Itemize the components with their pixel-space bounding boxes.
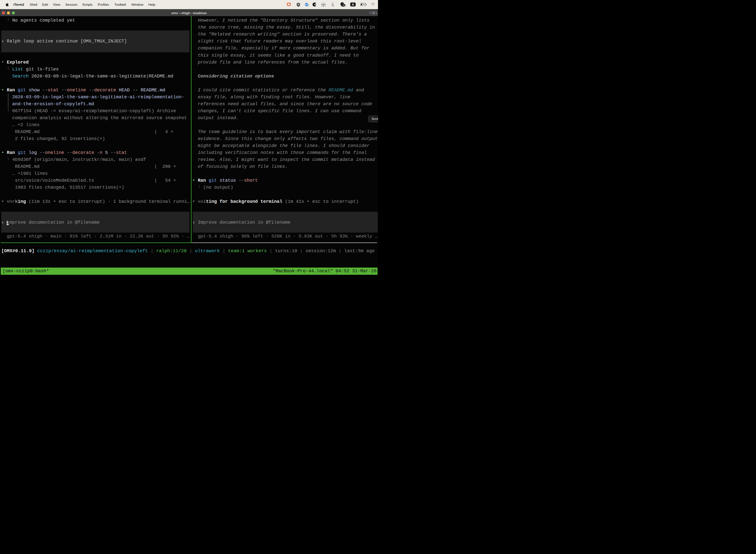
- svg-text:..61: ..61: [342, 4, 345, 6]
